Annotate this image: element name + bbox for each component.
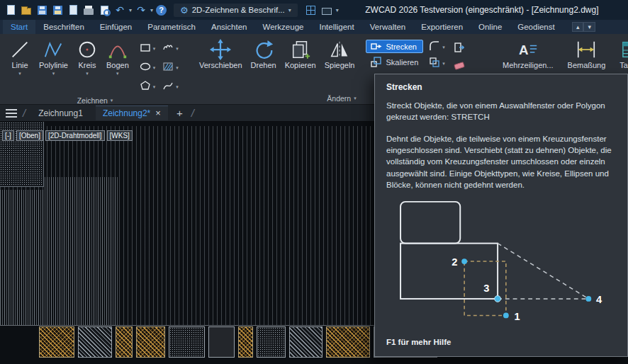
window-title: ZWCAD 2026 Testversion (eingeschränkt) -… — [342, 5, 622, 15]
export-icon[interactable] — [67, 4, 79, 16]
viewport-visualstyle-control[interactable]: [2D-Drahtmodell] — [45, 130, 105, 141]
bogen-dropdown-icon: ▾ — [116, 70, 119, 76]
fillet-button[interactable]: ▾ — [429, 42, 445, 53]
new-file-icon[interactable] — [4, 4, 17, 16]
page-icon — [7, 5, 15, 15]
trim-button[interactable] — [454, 42, 465, 56]
ribbon-options-dropdown-icon[interactable]: ▾ — [583, 22, 595, 32]
strecken-button[interactable]: Strecken — [366, 40, 424, 53]
eraser-button[interactable] — [454, 63, 464, 69]
doc-tab-zeichnung1[interactable]: Zeichnung1 — [31, 106, 90, 120]
rotate-icon — [253, 38, 274, 61]
close-tab-icon[interactable]: × — [155, 109, 161, 118]
viewport-view-control[interactable]: [Oben] — [16, 130, 43, 141]
hatch-region — [289, 326, 323, 358]
screen-icon — [322, 8, 332, 15]
bogen-button[interactable]: Bogen ▾ — [103, 37, 133, 76]
ribbon-collapse-icon[interactable]: ▴ — [572, 22, 584, 32]
sheet-set-icon[interactable] — [305, 4, 318, 16]
line-icon — [9, 38, 30, 61]
open-file-icon[interactable] — [20, 4, 33, 16]
tab-einfuegen[interactable]: Einfügen — [92, 20, 140, 34]
tab-separator-icon: / — [23, 107, 26, 119]
revision-cloud-dropdown-icon: ▾ — [176, 46, 179, 52]
grip-point-2 — [461, 258, 467, 264]
save-as-icon[interactable] — [51, 4, 64, 16]
new-tab-button[interactable]: + — [174, 107, 186, 119]
point-label-3: 3 — [483, 283, 489, 294]
circle-icon — [77, 38, 98, 61]
spiegeln-button[interactable]: Spiegeln — [321, 37, 359, 70]
ellipse-tool-button[interactable]: ▾ — [140, 61, 156, 75]
spline-dropdown-icon: ▾ — [176, 84, 179, 90]
tab-exportieren[interactable]: Exportieren — [413, 20, 471, 34]
hatch-region — [39, 326, 74, 358]
revision-cloud-icon — [162, 42, 174, 56]
viewport-ucs-control[interactable]: [WKS] — [107, 130, 133, 141]
fillet-icon — [429, 40, 440, 55]
ellipse-dropdown-icon: ▾ — [153, 65, 156, 71]
redo-dropdown-icon[interactable]: ▾ — [150, 7, 153, 13]
redo-icon[interactable]: ↷ — [135, 4, 147, 16]
ribbon-tab-bar: Start Beschriften Einfügen Parametrisch … — [0, 20, 628, 34]
floppy-alt-icon — [53, 6, 62, 15]
dimension-icon — [576, 38, 597, 61]
linie-dropdown-icon: ▾ — [18, 70, 21, 76]
polylinie-button[interactable]: Polylinie ▾ — [35, 37, 72, 76]
undo-icon[interactable]: ↶ — [113, 4, 126, 16]
zwcad-window: ↶ ▾ ↷ ▾ ? ⚙ 2D-Zeichnen & Beschrif... ▾ … — [0, 0, 628, 364]
offset-button[interactable]: ▾ — [429, 58, 445, 69]
display-dropdown-icon[interactable]: ▾ — [336, 7, 339, 13]
revision-cloud-button[interactable]: ▾ — [162, 42, 179, 56]
tab-ansichten[interactable]: Ansichten — [203, 20, 255, 34]
tab-beschriften[interactable]: Beschriften — [35, 20, 92, 34]
svg-text:A: A — [519, 42, 529, 57]
polygon-icon — [140, 80, 151, 94]
hatch-icon — [162, 61, 174, 75]
mirror-icon — [329, 38, 350, 61]
linie-label: Linie — [11, 61, 28, 70]
print-preview-icon[interactable] — [98, 4, 111, 16]
tabelle-button[interactable]: Tabelle — [616, 37, 628, 70]
aendern-stack: Strecken Skalieren — [366, 37, 424, 69]
hatch-region — [136, 326, 165, 358]
tooltip-summary: Streckt Objekte, die von einem Auswahlfe… — [386, 100, 616, 123]
workspace-selector[interactable]: ⚙ 2D-Zeichnen & Beschrif... ▾ — [174, 4, 298, 17]
table-icon — [622, 38, 628, 61]
kopieren-button[interactable]: Kopieren — [281, 37, 320, 70]
mehrzeiligen-button[interactable]: A Mehrzeiligen... — [499, 37, 557, 70]
panel-label-zeichnen[interactable]: Zeichnen ▾ — [0, 96, 190, 105]
kopieren-label: Kopieren — [285, 61, 316, 70]
print-icon[interactable] — [82, 4, 95, 16]
polyline-icon — [43, 38, 64, 61]
rectangle-tool-button[interactable]: ▾ — [140, 42, 156, 56]
hamburger-menu-icon[interactable] — [6, 109, 17, 118]
grip-point-4 — [585, 296, 591, 302]
tab-geodienst[interactable]: Geodienst — [510, 20, 562, 34]
save-icon[interactable] — [35, 4, 48, 16]
drehen-button[interactable]: Drehen — [247, 37, 280, 70]
spline-tool-button[interactable]: ▾ — [162, 80, 179, 94]
hatch-tool-button[interactable]: ▾ — [162, 61, 179, 75]
verschieben-button[interactable]: Verschieben — [196, 37, 246, 70]
tab-online[interactable]: Online — [471, 20, 510, 34]
hatch-region — [238, 326, 253, 358]
tab-verwalten[interactable]: Verwalten — [362, 20, 414, 34]
polygon-tool-button[interactable]: ▾ — [140, 80, 156, 94]
doc-tab-zeichnung2[interactable]: Zeichnung2* × — [96, 106, 168, 120]
bemassung-button[interactable]: Bemaßung — [564, 37, 610, 70]
skalieren-button[interactable]: Skalieren — [366, 55, 424, 69]
viewport-menu-control[interactable]: [-] — [2, 130, 14, 141]
tabelle-label: Tabelle — [619, 61, 628, 70]
display-icon[interactable] — [320, 4, 333, 16]
tab-intelligent[interactable]: Intelligent — [311, 20, 361, 34]
mtext-icon: A — [517, 38, 539, 61]
tab-parametrisch[interactable]: Parametrisch — [140, 20, 203, 34]
linie-button[interactable]: Linie ▾ — [6, 37, 34, 76]
tab-werkzeuge[interactable]: Werkzeuge — [255, 20, 312, 34]
help-icon[interactable]: ? — [156, 5, 167, 16]
kreis-button[interactable]: Kreis ▾ — [73, 37, 101, 76]
diagram-upper-shape — [400, 202, 460, 244]
undo-dropdown-icon[interactable]: ▾ — [129, 7, 132, 13]
tab-start[interactable]: Start — [3, 20, 35, 34]
